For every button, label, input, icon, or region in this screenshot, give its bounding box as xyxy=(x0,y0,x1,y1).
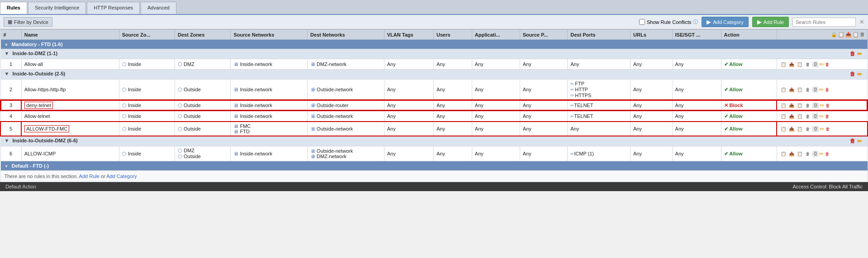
col-header-dest-zones: Dest Zones xyxy=(175,30,231,40)
tab-http-responses[interactable]: HTTP Responses xyxy=(87,2,140,14)
row-6-urls: Any xyxy=(631,146,673,161)
tab-advanced[interactable]: Advanced xyxy=(141,2,176,14)
row-5-clone-icon[interactable]: 📋 xyxy=(796,125,803,132)
col-header-src-zone: Source Zo... xyxy=(119,30,175,40)
row-1-insert-icon[interactable]: 📤 xyxy=(788,61,795,68)
row-1-count: 0 xyxy=(812,61,819,67)
add-category-link[interactable]: Add Category xyxy=(106,174,137,179)
row-1-vlan: Any xyxy=(384,59,433,70)
subsection-expand-icon-2[interactable]: ▼ xyxy=(5,71,9,76)
row-4-count: 0 xyxy=(812,113,819,119)
row-5-del-icon[interactable]: 🗑 xyxy=(825,127,830,131)
row-2-edit-icon[interactable]: ✏ xyxy=(819,86,824,93)
row-5-name: ALLOW-FTD-FMC xyxy=(21,122,119,136)
row-5-delete-icon[interactable]: 🗑 xyxy=(804,125,811,132)
row-5-edit-icon[interactable]: ✏ xyxy=(820,126,825,132)
col-header-action: Action xyxy=(721,30,777,40)
add-rule-link[interactable]: Add Rule xyxy=(79,174,100,179)
row-2-name: Allow-https-http-ftp xyxy=(21,80,119,100)
row-4-src-network: 🖥Inside-network xyxy=(231,111,308,122)
row-3-clone-icon[interactable]: 📋 xyxy=(796,102,803,109)
row-1-del-icon[interactable]: 🗑 xyxy=(825,62,830,67)
row-3-src-network: 🖥Inside-network xyxy=(231,100,308,111)
row-3-urls: Any xyxy=(631,100,673,111)
row-5-copy-icon[interactable]: 📋 xyxy=(780,125,787,132)
row-4-copy-icon[interactable]: 📋 xyxy=(780,113,787,120)
row-3-copy-icon[interactable]: 📋 xyxy=(780,102,787,109)
row-4-insert-icon[interactable]: 📤 xyxy=(788,113,795,120)
show-conflicts-checkbox[interactable] xyxy=(639,19,645,25)
header-icon-5: 🗑 xyxy=(860,32,865,38)
subsection-edit-icon-1[interactable]: ✏ xyxy=(857,51,862,57)
add-category-button[interactable]: ▶ Add Category xyxy=(702,17,748,27)
row-1-delete-icon[interactable]: 🗑 xyxy=(804,61,811,68)
row-2-dest-network: 🖥Outside-network xyxy=(308,80,384,100)
row-3-del-icon[interactable]: 🗑 xyxy=(825,103,830,108)
row-1-clone-icon[interactable]: 📋 xyxy=(796,61,803,68)
row-1-copy-icon[interactable]: 📋 xyxy=(780,61,787,68)
row-2-src-port: Any xyxy=(520,80,568,100)
mandatory-section-label: Mandatory - FTD (1-6) xyxy=(11,42,62,47)
row-3-users: Any xyxy=(434,100,472,111)
tab-bar: Rules Security Intelligence HTTP Respons… xyxy=(0,0,868,15)
row-4-edit-icon[interactable]: ✏ xyxy=(819,113,824,120)
row-2-clone-icon[interactable]: 📋 xyxy=(796,86,803,93)
row-1-ise: Any xyxy=(672,59,721,70)
row-3-num: 3 xyxy=(0,100,21,111)
table-row: 1 Allow-all ⬡Inside ⬡DMZ 🖥Inside-network… xyxy=(0,59,868,70)
row-6-dest-zone: ⬡DMZ ⬡Outside xyxy=(175,146,231,161)
row-3-src-zone: ⬡Inside xyxy=(119,100,175,111)
col-header-src-networks: Source Networks xyxy=(231,30,308,40)
subsection-expand-icon-3[interactable]: ▼ xyxy=(5,138,9,143)
row-6-action-icons: 📋 📤 📋 🗑 0 ✏ 🗑 xyxy=(777,146,868,161)
default-section-header: ▼ Default - FTD (-) xyxy=(0,161,868,171)
row-1-action: ✔ Allow xyxy=(721,59,777,70)
row-4-delete-icon[interactable]: 🗑 xyxy=(804,113,811,120)
no-rules-row: There are no rules in this section. Add … xyxy=(0,171,868,182)
filter-by-device-button[interactable]: ▦ Filter by Device xyxy=(4,17,52,27)
row-1-app: Any xyxy=(472,59,520,70)
row-1-edit-icon[interactable]: ✏ xyxy=(819,61,824,68)
subsection-edit-icon-3[interactable]: ✏ xyxy=(857,138,862,145)
row-5-insert-icon[interactable]: 📤 xyxy=(788,125,795,132)
row-3-delete-icon[interactable]: 🗑 xyxy=(804,102,811,109)
row-4-clone-icon[interactable]: 📋 xyxy=(796,113,803,120)
row-1-users: Any xyxy=(434,59,472,70)
row-4-dest-network: 🖥Outside-network xyxy=(308,111,384,122)
row-6-clone-icon[interactable]: 📋 xyxy=(796,150,803,157)
row-4-del-icon[interactable]: 🗑 xyxy=(825,114,830,119)
subsection-expand-icon-1[interactable]: ▼ xyxy=(5,51,9,56)
row-6-vlan: Any xyxy=(384,146,433,161)
row-5-num: 5 xyxy=(0,122,21,136)
search-rules-input[interactable] xyxy=(792,18,856,27)
row-6-insert-icon[interactable]: 📤 xyxy=(788,150,795,157)
row-4-dest-zone: ⬡Outside xyxy=(175,111,231,122)
header-icon-4: 📋 xyxy=(853,32,859,38)
row-3-insert-icon[interactable]: 📤 xyxy=(788,102,795,109)
row-2-del-icon[interactable]: 🗑 xyxy=(825,87,830,92)
row-2-delete-icon[interactable]: 🗑 xyxy=(804,86,811,93)
status-bar: Default Action Access Control: Block All… xyxy=(0,182,868,191)
tab-rules[interactable]: Rules xyxy=(0,2,27,14)
row-2-copy-icon[interactable]: 📋 xyxy=(780,86,787,93)
col-header-icons: 🔒 📋 📤 📋 🗑 xyxy=(777,30,868,40)
row-6-edit-icon[interactable]: ✏ xyxy=(819,150,824,157)
row-2-insert-icon[interactable]: 📤 xyxy=(788,86,795,93)
search-clear-icon[interactable]: ✕ xyxy=(859,19,864,25)
mandatory-expand-icon[interactable]: ▼ xyxy=(5,42,9,47)
subsection-delete-icon-3[interactable]: 🗑 xyxy=(850,138,855,144)
add-rule-button[interactable]: ▶ Add Rule xyxy=(752,17,789,27)
table-header-row: # Name Source Zo... Dest Zones Source Ne… xyxy=(0,30,868,40)
col-header-src-port: Source P... xyxy=(520,30,568,40)
subsection-delete-icon-1[interactable]: 🗑 xyxy=(850,51,855,57)
tab-security-intelligence[interactable]: Security Intelligence xyxy=(28,2,86,14)
row-6-del-icon[interactable]: 🗑 xyxy=(825,151,830,156)
default-expand-icon[interactable]: ▼ xyxy=(5,164,9,169)
row-3-edit-icon[interactable]: ✏ xyxy=(820,102,825,109)
subsection-edit-icon-2[interactable]: ✏ xyxy=(857,71,862,78)
row-4-name: Allow-telnet xyxy=(21,111,119,122)
subsection-delete-icon-2[interactable]: 🗑 xyxy=(850,71,855,77)
row-6-delete-icon[interactable]: 🗑 xyxy=(804,150,811,157)
row-6-copy-icon[interactable]: 📋 xyxy=(780,150,787,157)
table-row: 5 ALLOW-FTD-FMC ⬡Inside ⬡Outside 🖥FMC 🖥F… xyxy=(0,122,868,136)
